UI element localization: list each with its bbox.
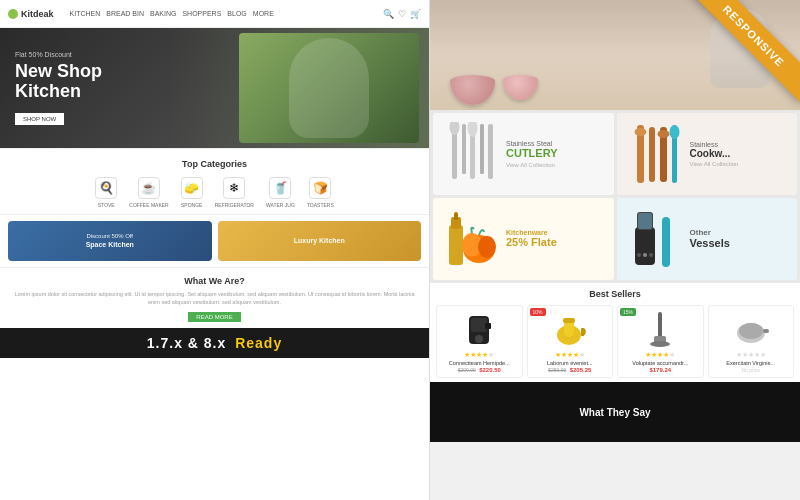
- product-1-old-price: $299.99: [458, 367, 476, 373]
- svg-rect-14: [449, 225, 463, 265]
- cart-icon[interactable]: 🛒: [410, 9, 421, 19]
- kitchenware-image: [441, 207, 501, 272]
- brand-name: Kitdeak: [21, 9, 54, 19]
- stove-icon: 🍳: [95, 177, 117, 199]
- product-2-badge: 10%: [530, 308, 546, 316]
- svg-rect-6: [488, 124, 493, 179]
- product-1-name: Connectteam Hemipde...: [441, 360, 518, 366]
- product-4[interactable]: ★★★★★ Exercitatn Virginie... No price: [708, 305, 795, 378]
- hero-title: New Shop Kitchen: [15, 62, 102, 102]
- person-silhouette: [289, 38, 369, 138]
- responsive-badge-label: RESPONSIVE: [687, 0, 800, 103]
- wwa-title: What We Are?: [8, 276, 421, 286]
- promo-space-kitchen[interactable]: Discount 50% Off Space Kitchen: [8, 221, 212, 261]
- what-we-are-section: What We Are? Lorem ipsum dolor sit conse…: [0, 267, 429, 328]
- hero-content: Flat 50% Discount New Shop Kitchen SHOP …: [15, 51, 102, 126]
- kitchenware-title: 25% Flate: [506, 236, 606, 248]
- shop-now-button[interactable]: SHOP NOW: [15, 113, 64, 125]
- product-3-new-price: $179.24: [649, 367, 671, 373]
- version-text: 1.7.x & 8.x Ready: [147, 335, 282, 351]
- product-3[interactable]: 15% ★★★★★ Voluptate accumandr... $179.24: [617, 305, 704, 378]
- coffee-maker-icon: ☕: [138, 177, 160, 199]
- cutlery-text: Stainless Steal CUTLERY View All Collect…: [506, 140, 606, 167]
- promo-luxury-kitchen[interactable]: Luxury Kitchen: [218, 221, 422, 261]
- categories-icons: 🍳 STOVE ☕ COFFEE MAKER 🧽 SPONGE ❄ REFRIG…: [8, 177, 421, 208]
- svg-rect-5: [480, 124, 484, 174]
- vessels-title: Vessels: [690, 237, 790, 249]
- svg-point-38: [739, 323, 763, 339]
- product-3-price: $179.24: [622, 367, 699, 373]
- cat-toasters-label: TOASTERS: [307, 202, 334, 208]
- bowl-left: [450, 75, 495, 105]
- hero-image: [239, 33, 419, 143]
- svg-point-19: [478, 236, 496, 258]
- spatula-svg: [646, 310, 674, 348]
- cat-refrigerator[interactable]: ❄ REFRIGERATOR: [215, 177, 254, 208]
- responsive-badge: RESPONSIVE: [670, 0, 800, 130]
- bowl-right: [503, 75, 538, 100]
- product-2[interactable]: 10% ★★★★★ Laborum eveniet... $250.99: [527, 305, 614, 378]
- cat-stove[interactable]: 🍳 STOVE: [95, 177, 117, 208]
- cookware-link[interactable]: View All Collection: [690, 161, 790, 167]
- nav-breadbin[interactable]: Bread Bin: [106, 10, 144, 17]
- product-4-stars: ★★★★★: [713, 351, 790, 359]
- promo-blue-title: Space Kitchen: [86, 241, 134, 248]
- grid-vessels[interactable]: Other Vessels: [617, 198, 798, 280]
- svg-point-24: [643, 253, 647, 257]
- product-4-no-price: No price: [741, 367, 760, 373]
- navbar: Kitdeak Kitchen Bread Bin Baking Shopper…: [0, 0, 429, 28]
- svg-point-1: [449, 122, 459, 135]
- search-icon[interactable]: 🔍: [383, 9, 394, 19]
- product-2-price: $250.99 $205.25: [532, 367, 609, 373]
- product-4-name: Exercitatn Virginie...: [713, 360, 790, 366]
- svg-point-36: [650, 341, 670, 347]
- nav-baking[interactable]: Baking: [150, 10, 176, 17]
- cutlery-image: [441, 122, 501, 187]
- vessels-image: [625, 207, 685, 272]
- read-more-button[interactable]: READ MORE: [188, 312, 240, 322]
- product-2-name: Laborum eveniet...: [532, 360, 609, 366]
- product-2-new-price: $205.25: [570, 367, 592, 373]
- cat-coffee-label: COFFEE MAKER: [129, 202, 168, 208]
- product-1-stars: ★★★★★: [441, 351, 518, 359]
- version-yellow: Ready: [235, 335, 282, 351]
- nav-blog[interactable]: Blog: [227, 10, 246, 17]
- top-categories-title: Top Categories: [8, 159, 421, 169]
- what-they-say-title: What They Say: [579, 407, 650, 418]
- best-sellers-title: Best Sellers: [436, 289, 794, 299]
- hero-figure-inner: [239, 33, 419, 143]
- product-1-image: [441, 310, 518, 348]
- nav-kitchen[interactable]: Kitchen: [70, 10, 101, 17]
- wishlist-icon[interactable]: ♡: [398, 9, 406, 19]
- cookware-text: Stainless Cookw... View All Collection: [690, 141, 790, 167]
- kitchenware-subtitle: Kitchenware: [506, 229, 606, 236]
- logo-circle: [8, 9, 18, 19]
- cat-water-jug[interactable]: 🥤 WATER JUG: [266, 177, 295, 208]
- svg-rect-30: [485, 323, 491, 329]
- cat-sponge-label: SPONGE: [181, 202, 202, 208]
- promo-blue-text: Discount 50% Off Space Kitchen: [86, 232, 134, 250]
- grid-cutlery[interactable]: Stainless Steal CUTLERY View All Collect…: [433, 113, 614, 195]
- cutlery-svg: [444, 122, 499, 187]
- product-3-badge: 15%: [620, 308, 636, 316]
- hero-discount: Flat 50% Discount: [15, 51, 102, 58]
- svg-rect-16: [454, 212, 458, 220]
- cat-toasters[interactable]: 🍞 TOASTERS: [307, 177, 334, 208]
- product-4-image: [713, 310, 790, 348]
- promo-yellow-text: Luxury Kitchen: [294, 236, 345, 246]
- product-3-name: Voluptate accumandr...: [622, 360, 699, 366]
- cookware-title: Cookw...: [690, 148, 790, 159]
- vessels-text: Other Vessels: [690, 228, 790, 249]
- svg-point-23: [637, 253, 641, 257]
- cat-coffee-maker[interactable]: ☕ COFFEE MAKER: [129, 177, 168, 208]
- version-white: 1.7.x & 8.x: [147, 335, 227, 351]
- best-sellers-section: Best Sellers ★★★★★ Connectteam Hemipde..…: [430, 283, 800, 382]
- cookware-image: [625, 122, 685, 187]
- product-1[interactable]: ★★★★★ Connectteam Hemipde... $299.99 $22…: [436, 305, 523, 378]
- main-container: Kitdeak Kitchen Bread Bin Baking Shopper…: [0, 0, 800, 500]
- grid-kitchenware[interactable]: Kitchenware 25% Flate: [433, 198, 614, 280]
- cat-sponge[interactable]: 🧽 SPONGE: [181, 177, 203, 208]
- nav-more[interactable]: More: [253, 10, 274, 17]
- nav-shoppers[interactable]: Shoppers: [182, 10, 221, 17]
- cutlery-link[interactable]: View All Collection: [506, 162, 606, 168]
